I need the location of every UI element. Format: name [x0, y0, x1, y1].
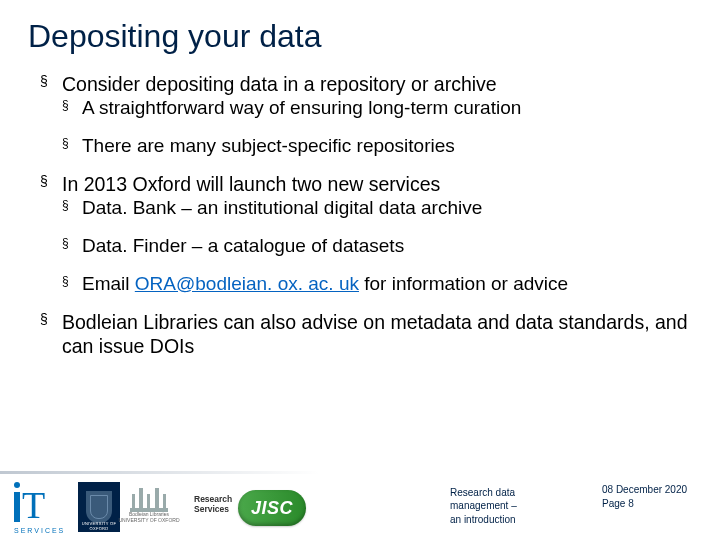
it-logo-i-icon	[14, 492, 20, 522]
footer-page: Page 8	[602, 497, 712, 511]
footer-meta-line3: an introduction	[450, 513, 574, 527]
bodleian-label-2: UNIVERSITY OF OXFORD	[118, 518, 179, 524]
footer-logos: T SERVICES UNIVERSITY OF OXFORD Bodleian…	[14, 482, 174, 532]
oxford-crest-icon	[86, 491, 112, 523]
footer-meta: Research data management – an introducti…	[450, 486, 574, 527]
research-services-line1: Research	[194, 494, 232, 504]
oxford-logo: UNIVERSITY OF OXFORD	[78, 482, 120, 532]
bullet-text: Consider depositing data in a repository…	[62, 73, 497, 95]
footer: T SERVICES UNIVERSITY OF OXFORD Bodleian…	[0, 470, 720, 540]
bodleian-building-icon	[130, 482, 168, 512]
email-prefix: Email	[82, 273, 135, 294]
it-services-logo: T SERVICES	[14, 482, 74, 532]
footer-right: 08 December 2020 Page 8	[602, 483, 712, 510]
email-link[interactable]: ORA@bodleian. ox. ac. uk	[135, 273, 359, 294]
sub-bullet-email: Email ORA@bodleian. ox. ac. uk for infor…	[62, 272, 690, 296]
bullet-text: Bodleian Libraries can also advise on me…	[62, 311, 688, 357]
sub-bullet: A straightforward way of ensuring long-t…	[62, 96, 690, 120]
footer-meta-line2: management –	[450, 499, 574, 513]
it-logo-label: SERVICES	[14, 527, 65, 534]
bullet-item-2: In 2013 Oxford will launch two new servi…	[40, 172, 690, 296]
oxford-logo-label: UNIVERSITY OF OXFORD	[78, 521, 120, 531]
sub-bullet: Data. Finder – a catalogue of datasets	[62, 234, 690, 258]
sub-bullet: There are many subject-specific reposito…	[62, 134, 690, 158]
it-logo-t-icon: T	[22, 486, 45, 524]
research-services-label: Research Services	[194, 494, 232, 514]
footer-meta-line1: Research data	[450, 486, 574, 500]
slide: Depositing your data Consider depositing…	[0, 0, 720, 540]
email-suffix: for information or advice	[359, 273, 568, 294]
sub-bullet: Data. Bank – an institutional digital da…	[62, 196, 690, 220]
footer-date: 08 December 2020	[602, 483, 712, 497]
slide-content: Consider depositing data in a repository…	[40, 72, 690, 372]
bullet-text: In 2013 Oxford will launch two new servi…	[62, 173, 440, 195]
slide-title: Depositing your data	[28, 18, 322, 55]
bullet-item-3: Bodleian Libraries can also advise on me…	[40, 310, 690, 359]
bodleian-logo: Bodleian Libraries UNIVERSITY OF OXFORD	[124, 482, 174, 532]
jisc-logo: JISC	[238, 490, 306, 526]
bullet-item-1: Consider depositing data in a repository…	[40, 72, 690, 158]
research-services-line2: Services	[194, 504, 232, 514]
